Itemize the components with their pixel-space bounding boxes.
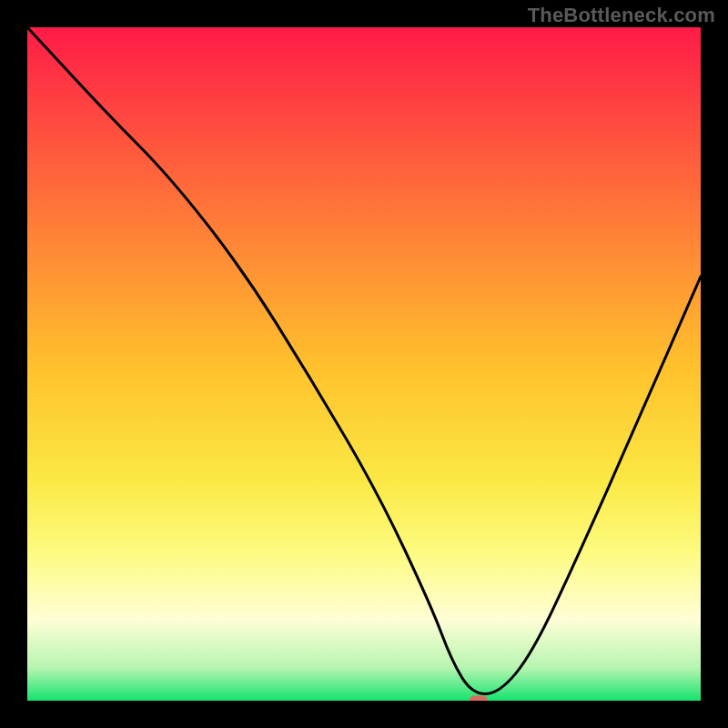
chart-background <box>27 27 701 701</box>
optimum-marker <box>470 696 488 702</box>
watermark-text: TheBottleneck.com <box>528 4 715 27</box>
plot-area <box>27 27 701 701</box>
chart-svg <box>27 27 701 701</box>
chart-frame: TheBottleneck.com <box>0 0 728 728</box>
